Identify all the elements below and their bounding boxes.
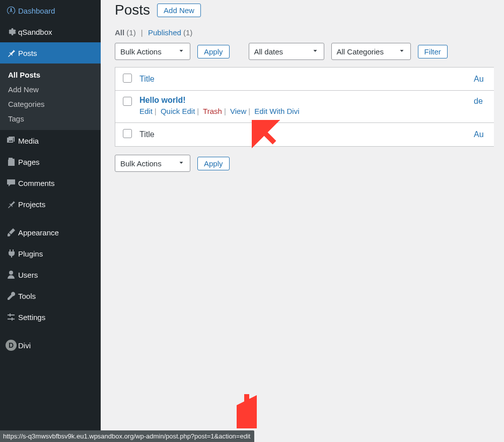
row-actions: Edit| Quick Edit| Trash| View| Edit With…	[139, 107, 474, 115]
select-all-top[interactable]	[115, 68, 139, 91]
gear-icon	[4, 27, 18, 37]
sidebar-label: Plugins	[18, 249, 43, 258]
row-action-edit[interactable]: Edit	[139, 107, 153, 115]
sidebar-label: Comments	[18, 179, 55, 187]
row-title-link[interactable]: Hello world!	[139, 96, 186, 104]
pin-icon	[4, 48, 18, 58]
categories-select[interactable]: All Categories	[331, 43, 411, 60]
main-content: Posts Add New All (1) | Published (1) Bu…	[101, 0, 504, 442]
sidebar-item-users[interactable]: Users	[0, 264, 101, 285]
col-author[interactable]: Au	[474, 68, 494, 91]
sidebar-label: Tools	[18, 292, 36, 300]
col-author-foot[interactable]: Au	[474, 123, 494, 146]
filter-button[interactable]: Filter	[418, 45, 448, 58]
pages-icon	[4, 157, 18, 167]
media-icon	[4, 136, 18, 146]
dashboard-icon	[4, 6, 18, 16]
plug-icon	[4, 248, 18, 259]
sliders-icon	[4, 312, 18, 322]
filter-published-count: (1)	[183, 28, 192, 37]
bulk-actions-label: Bulk Actions	[120, 47, 162, 56]
dates-select[interactable]: All dates	[249, 43, 324, 60]
tablenav-bottom: Bulk Actions Apply	[115, 155, 494, 172]
row-author[interactable]: de	[474, 91, 494, 123]
wrench-icon	[4, 291, 18, 301]
menu-separator	[0, 215, 101, 222]
add-new-button[interactable]: Add New	[157, 4, 201, 17]
sidebar-item-pages[interactable]: Pages	[0, 151, 101, 172]
row-action-quick-edit[interactable]: Quick Edit	[161, 107, 195, 115]
col-title[interactable]: Title	[139, 68, 474, 91]
submenu-categories[interactable]: Categories	[0, 97, 101, 111]
sidebar-item-settings[interactable]: Settings	[0, 306, 101, 328]
apply-button-bottom[interactable]: Apply	[197, 157, 230, 170]
sidebar-item-comments[interactable]: Comments	[0, 172, 101, 194]
sidebar-item-projects[interactable]: Projects	[0, 194, 101, 215]
annotation-arrow-statusbar	[237, 392, 257, 428]
row-checkbox[interactable]	[115, 91, 139, 123]
brush-icon	[4, 227, 18, 237]
sidebar-item-posts[interactable]: Posts	[0, 42, 101, 64]
chevron-down-icon	[312, 47, 319, 56]
admin-sidebar: Dashboard qSandbox Posts All Posts Add N…	[0, 0, 101, 442]
sidebar-item-tools[interactable]: Tools	[0, 285, 101, 306]
comment-icon	[4, 178, 18, 188]
sidebar-item-qsandbox[interactable]: qSandbox	[0, 21, 101, 42]
col-title-foot[interactable]: Title	[139, 123, 474, 146]
sidebar-label: Dashboard	[18, 7, 55, 15]
menu-separator	[0, 328, 101, 335]
dates-label: All dates	[254, 47, 283, 56]
categories-label: All Categories	[337, 47, 384, 56]
page-title: Posts	[115, 2, 150, 18]
table-row: Hello world! Edit| Quick Edit| Trash| Vi…	[115, 91, 494, 123]
sidebar-label: qSandbox	[18, 28, 52, 36]
chevron-down-icon	[398, 47, 405, 56]
sidebar-item-dashboard[interactable]: Dashboard	[0, 0, 101, 21]
sidebar-item-plugins[interactable]: Plugins	[0, 243, 101, 264]
filter-all[interactable]: All	[115, 28, 124, 37]
bulk-actions-label: Bulk Actions	[120, 159, 162, 168]
sidebar-item-media[interactable]: Media	[0, 130, 101, 151]
sidebar-label: Users	[18, 271, 38, 279]
chevron-down-icon	[178, 159, 185, 168]
posts-table: Title Au Hello world! Edit| Quick Edit| …	[115, 67, 494, 147]
tablenav-top: Bulk Actions Apply All dates All Categor…	[115, 43, 494, 60]
filter-published[interactable]: Published	[148, 28, 181, 37]
page-header: Posts Add New	[115, 0, 494, 18]
sidebar-item-appearance[interactable]: Appearance	[0, 222, 101, 243]
sidebar-posts-submenu: All Posts Add New Categories Tags	[0, 64, 101, 130]
row-action-trash[interactable]: Trash	[203, 107, 222, 115]
submenu-all-posts[interactable]: All Posts	[0, 68, 101, 82]
row-action-edit-divi[interactable]: Edit With Divi	[254, 107, 299, 115]
submenu-add-new[interactable]: Add New	[0, 82, 101, 97]
user-icon	[4, 270, 18, 280]
sidebar-label: Projects	[18, 200, 45, 209]
select-all-bottom[interactable]	[115, 123, 139, 146]
chevron-down-icon	[178, 47, 185, 56]
sidebar-label: Media	[18, 137, 39, 145]
sidebar-label: Appearance	[18, 228, 59, 237]
browser-status-bar: https://s-q3mwsvbfbsv9k.eu1.wpsandbox.or…	[0, 430, 254, 442]
row-action-view[interactable]: View	[230, 107, 246, 115]
bulk-actions-select-bottom[interactable]: Bulk Actions	[115, 155, 190, 172]
filter-all-count: (1)	[126, 28, 135, 37]
svg-point-0	[9, 139, 10, 140]
sidebar-label: Posts	[18, 49, 37, 57]
sidebar-item-divi[interactable]: D Divi	[0, 335, 101, 356]
bulk-actions-select[interactable]: Bulk Actions	[115, 43, 190, 60]
sidebar-label: Settings	[18, 313, 45, 322]
submenu-tags[interactable]: Tags	[0, 111, 101, 126]
pin-icon	[4, 199, 18, 209]
divi-icon: D	[4, 340, 18, 351]
apply-button-top[interactable]: Apply	[197, 45, 230, 58]
sidebar-label: Pages	[18, 158, 40, 166]
sidebar-label: Divi	[18, 341, 31, 350]
status-filter-links: All (1) | Published (1)	[115, 28, 494, 37]
